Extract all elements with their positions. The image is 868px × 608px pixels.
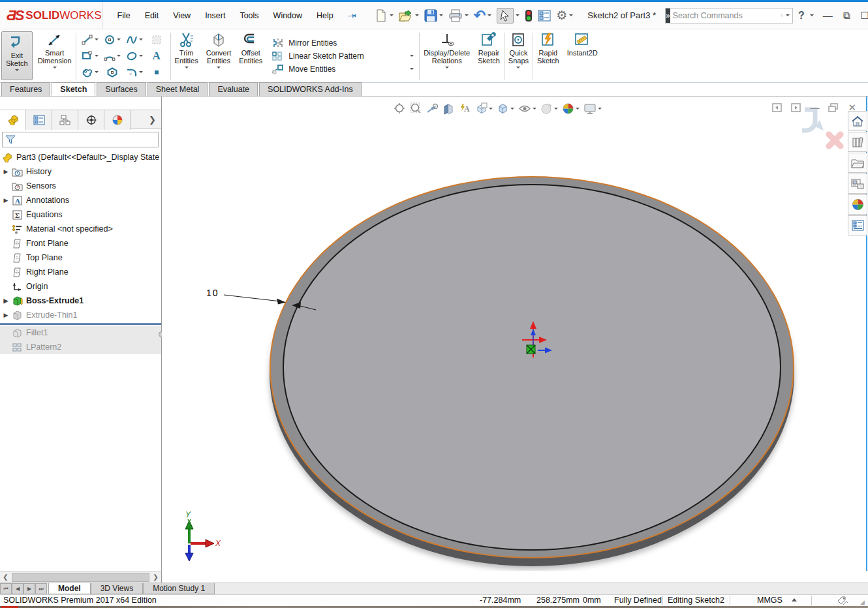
view-palette-button[interactable] <box>848 174 867 194</box>
tab-sketch[interactable]: Sketch <box>52 82 95 96</box>
options-list-button[interactable] <box>536 8 552 23</box>
apply-scene-dropdown[interactable] <box>576 108 580 110</box>
tree-item-material[interactable]: Material <not specified> <box>0 222 161 236</box>
circle-dropdown[interactable] <box>117 38 121 40</box>
design-library-button[interactable] <box>848 132 867 152</box>
tree-item-origin[interactable]: Origin <box>0 279 161 294</box>
home-tab-button[interactable] <box>848 111 867 131</box>
hide-show-items-button[interactable] <box>518 102 536 115</box>
tab-surfaces[interactable]: Surfaces <box>97 82 146 96</box>
quick-snaps-button[interactable]: Quick Snaps <box>504 29 533 82</box>
new-document-button[interactable] <box>373 8 395 23</box>
scroll-left-arrow[interactable]: ❮ <box>0 572 11 583</box>
tree-item-history[interactable]: ▶ History <box>0 164 161 179</box>
expand-arrow-icon[interactable]: ▶ <box>0 197 12 204</box>
previous-view-button[interactable] <box>426 102 439 115</box>
text-tool-button[interactable]: A <box>146 48 168 64</box>
hide-show-annotations-button[interactable]: A <box>459 102 471 115</box>
edit-appearance-button[interactable] <box>540 102 558 115</box>
doc-minimize-button[interactable]: — <box>810 102 819 113</box>
tab-display-manager[interactable] <box>104 110 131 130</box>
tree-item-sensors[interactable]: Sensors <box>0 179 161 193</box>
tree-item-boss-extrude1[interactable]: ▶ Boss-Extrude1 <box>0 294 161 308</box>
convert-entities-button[interactable]: Convert Entities <box>202 29 236 82</box>
freeform-dropdown[interactable] <box>95 71 99 73</box>
prev-tab-button[interactable]: ◀ <box>12 583 23 594</box>
select-tool-button[interactable] <box>495 7 521 25</box>
tab-solidworks-add-ins[interactable]: SOLIDWORKS Add-Ins <box>259 82 362 96</box>
tab-configuration-manager[interactable] <box>52 110 78 130</box>
units-selector[interactable]: MMGS <box>757 596 783 605</box>
offset-entities-button[interactable]: Offset Entities <box>235 29 266 82</box>
view-orientation-button[interactable] <box>475 102 493 115</box>
line-tool-button[interactable] <box>79 31 101 48</box>
view-settings-button[interactable] <box>583 102 602 115</box>
file-explorer-button[interactable] <box>848 153 867 173</box>
units-caret-icon[interactable] <box>792 598 797 601</box>
arc-dropdown[interactable] <box>117 55 121 57</box>
mirror-entities-button[interactable]: Mirror Entities <box>271 38 414 48</box>
minimize-button[interactable]: — <box>818 8 838 22</box>
zoom-to-area-button[interactable] <box>410 102 422 115</box>
move-entities-dropdown[interactable] <box>410 68 414 70</box>
menu-window[interactable]: Window <box>266 7 309 24</box>
menu-view[interactable]: View <box>166 7 198 24</box>
section-view-button[interactable] <box>442 102 455 115</box>
point-tool-button[interactable] <box>146 64 168 80</box>
panel-horizontal-scrollbar[interactable]: ❮ ❯ <box>0 571 162 583</box>
appearances-scenes-button[interactable] <box>848 194 867 215</box>
search-box[interactable]: » <box>665 8 793 23</box>
graphics-viewport[interactable]: 10 X Y A — ✕ <box>162 97 868 571</box>
quick-snaps-dropdown[interactable] <box>516 67 520 68</box>
first-tab-button[interactable]: ⏮︎ <box>0 583 12 594</box>
undo-button[interactable]: ↶ <box>473 8 493 23</box>
edit-appearance-dropdown[interactable] <box>554 108 558 110</box>
rectangle-tool-button[interactable] <box>79 48 101 64</box>
interference-check-button[interactable] <box>523 8 534 23</box>
display-delete-relations-dropdown[interactable] <box>445 67 449 68</box>
save-button[interactable] <box>423 8 444 23</box>
pin-menu-icon[interactable]: 📌︎ <box>337 1 367 30</box>
tab-motion-study-1[interactable]: Motion Study 1 <box>143 583 215 594</box>
dimension-value[interactable]: 10 <box>206 288 219 298</box>
expand-arrow-icon[interactable]: ▶ <box>0 168 12 175</box>
linear-pattern-button[interactable]: Linear Sketch Pattern <box>271 51 414 61</box>
search-scope-dropdown[interactable] <box>786 14 790 16</box>
freeform-tool-button[interactable] <box>79 64 101 80</box>
show-right-pane-button[interactable] <box>791 103 801 112</box>
show-left-pane-button[interactable] <box>772 103 782 112</box>
view-settings-dropdown[interactable] <box>598 108 602 110</box>
rectangle-dropdown[interactable] <box>95 55 99 57</box>
trim-entities-dropdown[interactable] <box>185 67 189 68</box>
tree-item-equations[interactable]: Σ Equations <box>0 207 161 222</box>
settings-button[interactable]: ⚙︎ <box>555 8 574 23</box>
scroll-right-arrow[interactable]: ❯ <box>150 572 161 583</box>
sketch-fillet-tool-button[interactable]: × <box>123 64 146 80</box>
print-button[interactable] <box>447 8 470 23</box>
apply-scene-button[interactable] <box>562 102 580 115</box>
save-dropdown[interactable] <box>439 14 443 16</box>
custom-properties-button[interactable] <box>848 215 867 236</box>
instant2d-button[interactable]: Instant2D <box>563 29 602 82</box>
tree-item-lpattern2[interactable]: LPattern2 <box>0 340 161 354</box>
sketch-fillet-dropdown[interactable] <box>139 71 143 73</box>
tags-icon[interactable] <box>837 596 848 605</box>
tab-dimxpert-manager[interactable] <box>78 110 104 130</box>
help-dropdown[interactable] <box>810 14 814 16</box>
doc-restore-button[interactable] <box>828 103 839 112</box>
exit-sketch-button[interactable]: Exit Sketch <box>1 31 33 80</box>
open-button[interactable] <box>397 8 420 23</box>
trim-entities-button[interactable]: Trim Entities <box>171 29 202 82</box>
new-document-dropdown[interactable] <box>390 14 394 16</box>
tab-3d-views[interactable]: 3D Views <box>91 583 143 594</box>
smart-dimension-button[interactable]: Smart Dimension <box>34 29 76 82</box>
tab-features[interactable]: Features <box>1 82 50 96</box>
zoom-to-fit-button[interactable] <box>394 102 406 115</box>
hide-show-items-dropdown[interactable] <box>533 108 536 110</box>
resize-grip[interactable]: ◢ <box>860 599 865 605</box>
convert-entities-dropdown[interactable] <box>217 67 221 68</box>
polygon-tool-button[interactable] <box>101 64 123 80</box>
settings-dropdown[interactable] <box>569 14 573 16</box>
last-tab-button[interactable]: ⏭︎ <box>35 583 47 594</box>
spline-dropdown[interactable] <box>139 38 143 40</box>
